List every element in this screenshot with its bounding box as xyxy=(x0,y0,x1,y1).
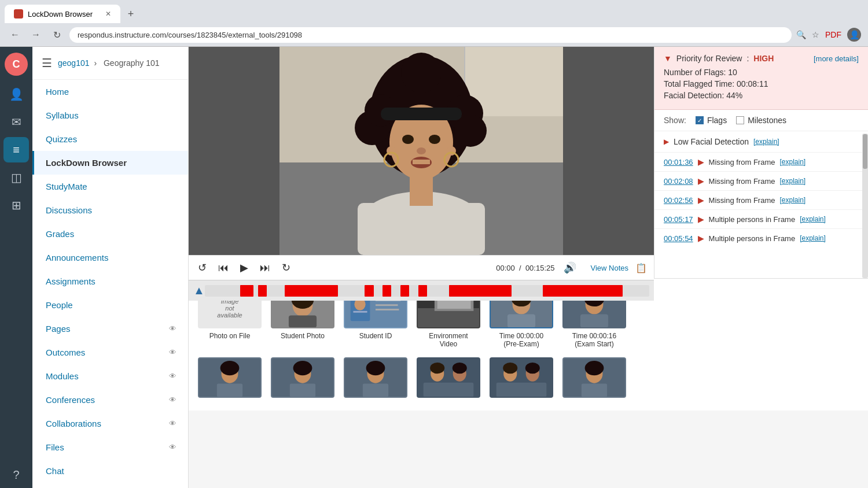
refresh-button[interactable]: ↻ xyxy=(49,27,65,43)
volume-button[interactable]: 🔊 xyxy=(561,260,579,275)
thumb-row2-img-5 xyxy=(562,357,626,398)
svg-rect-37 xyxy=(418,308,479,328)
nav-item-assignments[interactable]: Assignments xyxy=(32,269,188,293)
profile-icon[interactable]: 👤 xyxy=(847,28,861,42)
thumb-row2-3[interactable] xyxy=(417,357,480,401)
flag-item-4: 00:05:54 ▶ Multiple persons in Frame [ex… xyxy=(654,228,868,247)
loop-button[interactable]: ↻ xyxy=(279,260,293,275)
gnav-help-icon[interactable]: ? xyxy=(3,462,29,487)
nav-item-studymate[interactable]: StudyMate xyxy=(32,175,188,198)
nav-item-pages[interactable]: Pages👁 xyxy=(32,317,188,341)
flag-explain-4[interactable]: [explain] xyxy=(800,234,826,242)
thumb-row2-0[interactable] xyxy=(198,357,262,401)
flag-play-icon-2[interactable]: ▶ xyxy=(698,195,704,205)
view-notes-link[interactable]: View Notes xyxy=(590,264,628,272)
nav-item-files[interactable]: Files👁 xyxy=(32,435,188,459)
nav-item-grades[interactable]: Grades xyxy=(32,222,188,246)
nav-item-conferences[interactable]: Conferences👁 xyxy=(32,388,188,412)
thumb-row2-5[interactable] xyxy=(562,357,626,401)
files-visibility-icon: 👁 xyxy=(169,443,176,452)
milestones-checkbox-item[interactable]: Milestones xyxy=(736,116,786,125)
play-button[interactable]: ▶ xyxy=(238,260,251,275)
thumb-row2-2[interactable] xyxy=(344,357,407,401)
flag-explain-3[interactable]: [explain] xyxy=(800,215,826,223)
video-controls: ↺ ⏮ ▶ ⏭ ↻ 00:00 / 00:15:25 🔊 View Notes … xyxy=(189,255,654,280)
gnav-account-icon[interactable]: 👤 xyxy=(3,82,29,107)
thumbnails-row-2 xyxy=(189,357,868,411)
back-button[interactable]: ← xyxy=(7,27,23,43)
priority-collapse-icon[interactable]: ▼ xyxy=(664,54,672,63)
scrollbar-thumb[interactable] xyxy=(863,134,867,169)
tab-close-button[interactable]: ✕ xyxy=(105,10,111,18)
thumb-row2-img-3 xyxy=(417,357,480,398)
svg-point-74 xyxy=(585,361,604,375)
nav-item-outcomes[interactable]: Outcomes👁 xyxy=(32,341,188,364)
nav-item-sm-lti[interactable]: SM LTI13 TEST xyxy=(32,483,188,488)
svg-point-10 xyxy=(401,53,442,93)
flag-time-3[interactable]: 00:05:17 xyxy=(664,215,693,224)
show-controls-row: Show: ✓ Flags Milestones xyxy=(654,110,868,131)
breadcrumb-short-link[interactable]: geog101 xyxy=(58,58,90,68)
gnav-inbox-icon[interactable]: ✉ xyxy=(3,109,29,135)
bookmark-icon[interactable]: ☆ xyxy=(812,30,819,39)
svg-rect-43 xyxy=(507,315,535,328)
collaborations-visibility-icon: 👁 xyxy=(169,419,176,428)
thumb-row2-4[interactable] xyxy=(490,357,553,401)
flag-time-4[interactable]: 00:05:54 xyxy=(664,234,693,243)
flag-explain-2[interactable]: [explain] xyxy=(779,196,806,204)
scrollbar[interactable] xyxy=(862,134,868,278)
nav-item-modules[interactable]: Modules👁 xyxy=(32,364,188,388)
timeline-marker xyxy=(240,285,253,297)
rewind-button[interactable]: ↺ xyxy=(196,260,209,275)
skip-back-button[interactable]: ⏮ xyxy=(216,261,231,275)
modules-visibility-icon: 👁 xyxy=(169,372,176,380)
svg-point-50 xyxy=(220,361,240,375)
nav-item-collaborations[interactable]: Collaborations👁 xyxy=(32,412,188,435)
new-tab-button[interactable]: + xyxy=(123,6,139,22)
nav-item-people[interactable]: People xyxy=(32,293,188,317)
url-field[interactable] xyxy=(69,27,792,43)
flags-checkbox[interactable]: ✓ xyxy=(696,116,704,124)
flag-time-0[interactable]: 00:01:36 xyxy=(664,158,693,167)
more-details-link[interactable]: [more details] xyxy=(814,54,859,63)
flag-play-icon-3[interactable]: ▶ xyxy=(698,215,704,224)
thumb-row2-svg-0 xyxy=(199,357,260,398)
search-icon[interactable]: 🔍 xyxy=(796,30,806,39)
flag-time-1[interactable]: 00:02:08 xyxy=(664,177,693,186)
hamburger-menu-icon[interactable]: ☰ xyxy=(42,56,52,70)
flags-checkbox-item[interactable]: ✓ Flags xyxy=(696,116,727,125)
nav-item-quizzes[interactable]: Quizzes xyxy=(32,127,188,151)
active-tab[interactable]: LockDown Browser ✕ xyxy=(5,5,120,23)
gnav-calendar-icon[interactable]: ◫ xyxy=(3,165,29,190)
flag-play-icon-1[interactable]: ▶ xyxy=(698,176,704,186)
nav-item-lockdown[interactable]: LockDown Browser xyxy=(32,151,188,175)
milestones-checkbox[interactable] xyxy=(736,116,744,124)
timeline-marker xyxy=(449,285,512,297)
flag-time-2[interactable]: 00:02:56 xyxy=(664,196,693,205)
svg-rect-12 xyxy=(381,108,462,120)
gnav-dashboard-icon[interactable]: ⊞ xyxy=(3,193,29,218)
nav-item-home[interactable]: Home xyxy=(32,80,188,103)
flag-desc-1: Missing from Frame xyxy=(709,177,775,186)
forward-button[interactable]: → xyxy=(28,27,44,43)
skip-forward-button[interactable]: ⏭ xyxy=(258,261,273,275)
flag-explain-1[interactable]: [explain] xyxy=(779,177,806,185)
flag-play-icon-0[interactable]: ▶ xyxy=(698,157,704,167)
nav-item-chat[interactable]: Chat xyxy=(32,459,188,483)
flag-play-icon-4[interactable]: ▶ xyxy=(698,234,704,243)
thumb-row2-1[interactable] xyxy=(271,357,334,401)
breadcrumb-full: Geography 101 xyxy=(104,58,160,68)
nav-item-syllabus[interactable]: Syllabus xyxy=(32,103,188,127)
timeline[interactable]: ▲ xyxy=(189,280,654,301)
flag-explain-0[interactable]: [explain] xyxy=(779,158,806,166)
timeline-track[interactable] xyxy=(205,285,649,297)
nav-item-announcements[interactable]: Announcements xyxy=(32,246,188,269)
timeline-cursor: ▲ xyxy=(193,284,205,297)
flag-group-explain-link[interactable]: [explain] xyxy=(753,138,779,146)
gnav-courses-icon[interactable]: ≡ xyxy=(3,137,29,162)
nav-item-discussions[interactable]: Discussions xyxy=(32,198,188,222)
global-nav: C 👤 ✉ ≡ ◫ ⊞ ? xyxy=(0,47,32,488)
svg-point-62 xyxy=(430,363,444,374)
pdf-icon[interactable]: PDF xyxy=(825,30,841,39)
svg-point-58 xyxy=(366,361,385,375)
